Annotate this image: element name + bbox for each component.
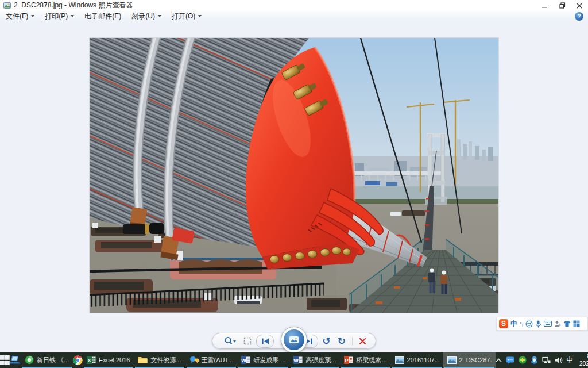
photo-viewer-icon [3, 2, 11, 9]
profile-icon[interactable] [554, 320, 561, 327]
punctuation-icon[interactable]: °, [520, 321, 523, 327]
menu-open[interactable]: 打开(O) [166, 11, 206, 21]
taskbar-item-powerpoint[interactable]: P 桥梁缆索... [340, 352, 390, 368]
skin-icon[interactable] [563, 320, 571, 327]
chevron-down-icon [31, 15, 34, 17]
photo-thumbnail-icon [447, 356, 457, 364]
word-icon: W [293, 355, 303, 365]
divider [352, 337, 353, 346]
zoom-button[interactable] [220, 334, 240, 348]
keyboard-icon[interactable] [544, 321, 552, 327]
word-icon: W [241, 355, 250, 365]
tray-time: 8:56 [578, 352, 588, 360]
laptop-icon [10, 355, 21, 365]
taskbar-item-word-2[interactable]: W 高强度预... [289, 352, 340, 368]
taskbar-item-word-1[interactable]: W 研发成果 ... [237, 352, 289, 368]
rotate-ccw-button[interactable]: ↺ [319, 334, 334, 348]
taskbar: 新日铁 《... X Excel 2016 文件资源... 王雷(AUT... … [0, 352, 588, 368]
rotate-cw-button[interactable]: ↻ [334, 334, 349, 348]
sogou-logo-icon[interactable]: S [499, 319, 508, 328]
photo-thumbnail-icon [395, 356, 404, 364]
folder-icon [138, 356, 148, 364]
menu-email[interactable]: 电子邮件(E) [79, 11, 126, 21]
emoji-icon[interactable] [525, 320, 533, 328]
system-tray: 中 8:56 2021-3-17 [496, 352, 588, 368]
taskbar-item-file-explorer[interactable]: 文件资源... [134, 352, 185, 368]
title-bar: 2_DSC2878.jpg - Windows 照片查看器 [0, 0, 588, 12]
powerpoint-icon: P [344, 355, 353, 365]
svg-text:X: X [87, 358, 91, 363]
taskbar-item-photo-1[interactable]: 20161107... [391, 352, 443, 368]
input-mode-indicator[interactable]: 中 [567, 355, 574, 365]
svg-text:P: P [345, 358, 349, 363]
window-title: 2_DSC2878.jpg - Windows 照片查看器 [14, 1, 133, 10]
tray-qq-penguin-icon[interactable] [531, 356, 538, 364]
chevron-down-icon [158, 15, 161, 17]
minimize-button[interactable] [536, 0, 554, 11]
close-button[interactable] [571, 0, 588, 11]
chevron-down-icon [71, 15, 74, 17]
excel-icon: X [87, 355, 96, 365]
microphone-icon[interactable] [535, 320, 541, 328]
viewer-canvas: S 中 °, [0, 21, 588, 351]
green-browser-icon [25, 355, 34, 365]
previous-button[interactable] [256, 335, 274, 348]
taskbar-item-qq[interactable]: 王雷(AUT... [185, 352, 238, 368]
taskbar-item-pc-manager[interactable] [10, 352, 21, 368]
hidden-icons-chevron[interactable] [496, 358, 502, 362]
chinese-mode-icon[interactable]: 中 [510, 320, 517, 327]
svg-text:W: W [241, 358, 246, 363]
menu-print[interactable]: 打印(P) [39, 11, 79, 21]
chrome-icon [73, 355, 83, 365]
network-icon[interactable] [542, 356, 551, 364]
taskbar-item-photo-2-active[interactable]: 2_DSC287... [443, 352, 496, 368]
taskbar-item-excel[interactable]: X Excel 2016 [83, 352, 134, 368]
screen: 2_DSC2878.jpg - Windows 照片查看器 文件(F) 打印(P… [0, 0, 588, 368]
tray-message-icon[interactable] [506, 356, 514, 364]
help-button[interactable]: ? [575, 12, 583, 21]
toolbox-icon[interactable] [573, 320, 580, 327]
menu-bar: 文件(F) 打印(P) 电子邮件(E) 刻录(U) 打开(O) ? [0, 11, 588, 22]
taskbar-item-chrome[interactable] [73, 352, 83, 368]
tray-green-plus-icon[interactable] [519, 356, 527, 364]
menu-file[interactable]: 文件(F) [0, 11, 39, 21]
taskbar-clock[interactable]: 8:56 2021-3-17 [578, 352, 588, 367]
tray-date: 2021-3-17 [578, 360, 588, 367]
svg-text:W: W [293, 358, 299, 363]
slideshow-button[interactable] [281, 327, 307, 353]
actual-size-button[interactable] [240, 334, 255, 348]
volume-icon[interactable] [555, 356, 563, 364]
photo-image [90, 38, 498, 313]
start-button[interactable] [0, 352, 10, 368]
sogou-input-toolbar: S 中 °, [496, 317, 588, 331]
chat-bubbles-icon [189, 356, 199, 365]
delete-button[interactable] [355, 334, 370, 348]
restore-button[interactable] [554, 0, 571, 11]
chevron-down-icon [198, 15, 202, 17]
menu-burn[interactable]: 刻录(U) [126, 11, 166, 21]
taskbar-item-green-browser[interactable]: 新日铁 《... [21, 352, 73, 368]
